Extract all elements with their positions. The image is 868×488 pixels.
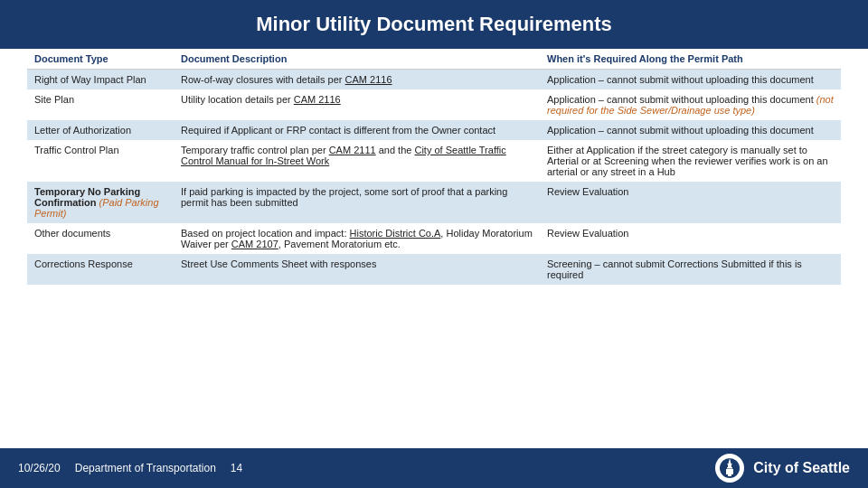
svg-rect-4 <box>726 469 733 474</box>
table-row: Letter of Authorization Required if Appl… <box>27 120 841 140</box>
doc-desc-cell: Street Use Comments Sheet with responses <box>174 254 540 285</box>
footer: 10/26/20 Department of Transportation 14… <box>0 448 868 488</box>
footer-date: 10/26/20 <box>18 462 61 474</box>
page-title: Minor Utility Document Requirements <box>256 13 612 35</box>
table-row: Right of Way Impact Plan Row-of-way clos… <box>27 70 841 90</box>
doc-type-cell: Temporary No Parking Confirmation (Paid … <box>27 182 174 223</box>
page-wrapper: Minor Utility Document Requirements Docu… <box>0 0 868 488</box>
doc-type-cell: Traffic Control Plan <box>27 140 174 182</box>
doc-when-cell: Either at Application if the street cate… <box>540 140 841 182</box>
doc-desc-cell: Row-of-way closures with details per CAM… <box>174 70 540 90</box>
doc-when-cell: Application – cannot submit without uplo… <box>540 70 841 90</box>
doc-desc-cell: Required if Applicant or FRP contact is … <box>174 120 540 140</box>
doc-when-cell: Application – cannot submit without uplo… <box>540 120 841 140</box>
header-doc-type: Document Type <box>27 49 174 70</box>
doc-when-cell: Review Evaluation <box>540 223 841 254</box>
table-row: Corrections Response Street Use Comments… <box>27 254 841 285</box>
header-doc-desc: Document Description <box>174 49 540 70</box>
title-bar: Minor Utility Document Requirements <box>0 0 868 49</box>
footer-dept: Department of Transportation <box>75 462 216 474</box>
table-row: Traffic Control Plan Temporary traffic c… <box>27 140 841 182</box>
cam-link[interactable]: CAM 2116 <box>345 74 392 85</box>
footer-page: 14 <box>231 462 242 474</box>
footer-left: 10/26/20 Department of Transportation 14 <box>18 462 242 474</box>
italic-note: (not required for the Side Sewer/Drainag… <box>547 94 834 116</box>
doc-when-cell: Screening – cannot submit Corrections Su… <box>540 254 841 285</box>
historic-link[interactable]: Historic District Co.A <box>350 228 441 239</box>
requirements-table: Document Type Document Description When … <box>27 49 841 285</box>
footer-right: City of Seattle <box>715 454 850 483</box>
doc-desc-cell: Temporary traffic control plan per CAM 2… <box>174 140 540 182</box>
doc-type-cell: Corrections Response <box>27 254 174 285</box>
cam2107-link[interactable]: CAM 2107 <box>231 239 278 249</box>
table-row: Other documents Based on project locatio… <box>27 223 841 254</box>
city-logo <box>715 454 744 483</box>
table-body: Right of Way Impact Plan Row-of-way clos… <box>27 70 841 286</box>
table-row: Site Plan Utility location details per C… <box>27 89 841 120</box>
cam-link[interactable]: CAM 2116 <box>294 94 341 105</box>
doc-type-cell: Right of Way Impact Plan <box>27 70 174 90</box>
doc-desc-cell: Utility location details per CAM 2116 <box>174 89 540 120</box>
city-name: City of Seattle <box>753 460 850 476</box>
doc-desc-cell: If paid parking is impacted by the proje… <box>174 182 540 223</box>
doc-type-cell: Site Plan <box>27 89 174 120</box>
doc-when-cell: Application – cannot submit without uplo… <box>540 89 841 120</box>
doc-desc-cell: Based on project location and impact: Hi… <box>174 223 540 254</box>
svg-rect-3 <box>727 467 732 469</box>
doc-when-cell: Review Evaluation <box>540 182 841 223</box>
table-container: Document Type Document Description When … <box>0 49 868 448</box>
table-row: Temporary No Parking Confirmation (Paid … <box>27 182 841 223</box>
seattle-logo-icon <box>716 455 743 482</box>
header-when: When it's Required Along the Permit Path <box>540 49 841 70</box>
doc-type-cell: Letter of Authorization <box>27 120 174 140</box>
svg-rect-5 <box>728 474 731 476</box>
table-header-row: Document Type Document Description When … <box>27 49 841 70</box>
doc-type-cell: Other documents <box>27 223 174 254</box>
cam-link[interactable]: CAM 2111 <box>329 145 376 155</box>
